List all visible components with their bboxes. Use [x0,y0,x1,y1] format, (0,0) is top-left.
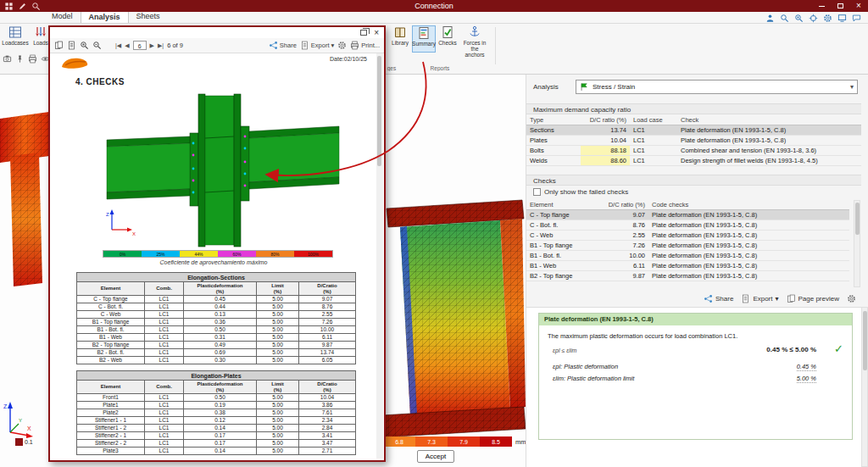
table-row[interactable]: B2 - Bot. fl.LC10.695.0013.74 [77,349,356,357]
column-header[interactable]: Plasticdeformation (%) [184,381,257,394]
report-scrollbar[interactable] [376,53,383,459]
report-preview-window[interactable]: × |◀ ◀ 6 ▶ ▶| 6 of 9 Share Export ▾ Prin… [48,25,386,462]
column-header[interactable]: Element [77,381,145,394]
report-settings-button[interactable] [337,41,347,50]
checks-scrollbar-thumb[interactable] [855,203,860,235]
column-header[interactable]: Code checks [648,200,849,210]
export-report-button[interactable]: Export ▾ [300,41,334,50]
column-header[interactable]: D/Cratio (%) [299,282,356,296]
two-page-view-button[interactable] [54,41,64,50]
column-header[interactable]: Comb. [145,282,184,296]
table-row[interactable]: B1 - Top flange7.26Plate deformation (EN… [526,241,849,251]
export-button[interactable]: Export ▾ [741,294,778,303]
failed-checks-checkbox[interactable] [533,188,541,196]
share-button[interactable]: Share [704,294,733,303]
table-row[interactable]: B2 - Top flangeLC10.495.009.87 [77,342,356,349]
pin-icon[interactable] [15,54,25,64]
table-row[interactable]: Plate3LC10.145.002.71 [77,448,356,455]
table-row[interactable]: C - Top flange9.07Plate deformation (EN … [526,210,849,220]
eps-pl-value[interactable]: 0.45 % [797,363,816,371]
table-row[interactable]: B2 - Top flange9.87Plate deformation (EN… [526,271,849,281]
tab-sheets[interactable]: Sheets [129,11,168,23]
settings-gear-icon[interactable] [823,14,832,23]
print-report-button[interactable]: Print... [350,41,380,50]
table-row[interactable]: Plate2LC10.385.007.61 [77,409,356,417]
column-header[interactable]: Limit (%) [257,381,299,394]
table-row[interactable]: C - Top flangeLC10.455.009.07 [77,296,356,303]
next-page-button[interactable]: ▶ [150,42,154,49]
tab-model[interactable]: Model [44,11,81,23]
table-row[interactable]: C - WebLC10.135.002.55 [77,311,356,319]
table-row[interactable]: B2 - WebLC10.305.006.05 [77,357,356,364]
table-row[interactable]: Bolts88.18LC1Combined shear and tension … [526,146,861,156]
target-icon[interactable] [809,14,818,23]
user-icon[interactable] [765,14,775,23]
one-page-view-button[interactable] [67,41,76,50]
panel-scrollbar[interactable] [861,307,868,467]
table-row[interactable]: C - Web2.55Plate deformation (EN 1993-1-… [526,231,849,241]
column-header[interactable]: Limit (%) [257,282,299,296]
page-preview-button[interactable]: Page preview [787,294,839,303]
column-header[interactable]: D/C ratio (%) [604,200,648,210]
checks-scrollbar[interactable] [854,200,860,287]
table-row[interactable]: Stiffener2 - 2LC10.175.003.47 [77,440,356,448]
analysis-select[interactable]: Stress / Strain ▾ [576,80,858,94]
report-scrollbar-thumb[interactable] [377,56,381,166]
column-header[interactable]: Check [677,115,861,125]
checks-button[interactable]: Checks [436,25,459,53]
table-row[interactable]: Stiffener2 - 1LC10.175.003.41 [77,432,356,440]
loadcases-button[interactable]: Loadcases [3,25,27,53]
minimize-button[interactable] [812,0,831,12]
table-row[interactable]: Plate1LC10.195.003.86 [77,402,356,409]
scale-segment: 7.9 [448,436,480,447]
zoom-out-button[interactable] [92,41,102,50]
close-button[interactable]: × [849,0,868,12]
feedback-chat-icon[interactable] [852,14,861,23]
column-header[interactable]: Plasticdeformation (%) [184,282,257,296]
zoom-in-icon[interactable] [794,14,804,23]
table-row[interactable]: B1 - Bot. fl.LC10.505.0010.00 [77,326,356,334]
column-header[interactable]: D/C ratio (%) [581,115,630,125]
zoom-in-button[interactable] [80,41,89,50]
print-icon[interactable] [28,54,37,64]
table-row[interactable]: Plates10.04LC1Plate deformation (EN 1993… [526,136,861,146]
table-row[interactable]: Stiffener1 - 1LC10.125.002.34 [77,417,356,425]
restore-window-icon[interactable] [360,30,367,36]
panel-scrollbar-thumb[interactable] [863,311,867,370]
library-button[interactable]: Library [388,25,412,53]
table-row[interactable]: Front1LC10.505.0010.04 [77,394,356,402]
monitor-icon[interactable] [837,14,847,23]
failed-checks-filter[interactable]: Only show the failed checks [533,188,628,196]
maximize-button[interactable] [831,0,849,12]
search-icon[interactable] [780,14,789,23]
column-header[interactable]: Type [526,115,581,125]
last-page-button[interactable]: ▶| [158,42,164,49]
table-row[interactable]: B1 - WebLC10.315.006.11 [77,334,356,342]
camera-icon[interactable] [3,54,12,64]
table-row[interactable]: B1 - Top flangeLC10.365.007.26 [77,319,356,326]
table-row[interactable]: C - Bot. fl.LC10.445.008.76 [77,303,356,311]
table-row[interactable]: B1 - Web6.11Plate deformation (EN 1993-1… [526,261,849,271]
column-header[interactable]: Element [526,200,604,210]
column-header[interactable]: Comb. [145,381,184,394]
prev-page-button[interactable]: ◀ [125,42,129,49]
share-report-button[interactable]: Share [269,41,297,50]
tab-analysis[interactable]: Analysis [81,11,129,23]
column-header[interactable]: Load case [630,115,677,125]
table-row[interactable]: Welds88.60LC1Design strength of fillet w… [526,156,861,166]
column-header[interactable]: Element [77,282,145,296]
eps-lim-value[interactable]: 5.00 % [797,375,816,383]
company-logo [60,57,89,69]
first-page-button[interactable]: |◀ [115,42,121,49]
table-row[interactable]: Sections13.74LC1Plate deformation (EN 19… [526,125,861,136]
table-row[interactable]: Stiffener1 - 2LC10.145.002.84 [77,425,356,432]
column-header[interactable]: D/Cratio (%) [299,381,356,394]
settings-gear-icon[interactable] [847,294,856,303]
summary-button[interactable]: Summary [412,25,436,53]
table-row[interactable]: B1 - Bot. fl.10.00Plate deformation (EN … [526,251,849,261]
forces-in-anchors-button[interactable]: Forces in the anchors [459,25,490,59]
table-row[interactable]: C - Bot. fl.8.76Plate deformation (EN 19… [526,220,849,231]
close-report-icon[interactable]: × [374,29,379,37]
page-number-input[interactable]: 6 [133,41,147,50]
accept-button[interactable]: Accept [417,450,454,463]
